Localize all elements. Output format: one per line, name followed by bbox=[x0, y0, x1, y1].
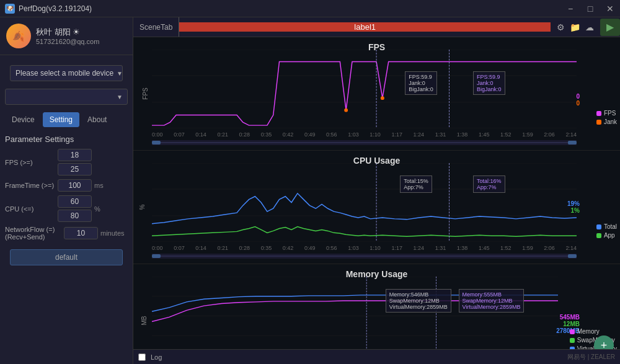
svg-point-9 bbox=[381, 96, 384, 100]
svg-point-8 bbox=[344, 109, 348, 112]
fps-param-row: FPS (>=) bbox=[5, 149, 128, 175]
log-bar: Log bbox=[133, 349, 620, 364]
charts-area: FPS FPS 0 0 FPS Jank bbox=[133, 37, 620, 349]
fps-legend-fps: FPS bbox=[596, 110, 617, 117]
log-label: Log bbox=[151, 353, 162, 361]
memory-chart: Memory Usage MB 545MB 12MB 2780MB Memory… bbox=[133, 264, 620, 349]
cpu-legend-total: Total bbox=[596, 223, 617, 230]
cpu-label: CPU (<=) bbox=[5, 205, 58, 213]
cpu-chart-title: CPU Usage bbox=[353, 156, 400, 166]
memory-annotation-1: Memory:546MBSwapMemory:12MBVirtualMemory… bbox=[386, 289, 451, 313]
maximize-button[interactable]: □ bbox=[580, 0, 600, 17]
cpu-inputs bbox=[58, 195, 92, 222]
cpu-xaxis: 0:000:070:140:21 0:280:350:420:49 0:561:… bbox=[152, 245, 577, 251]
fps-chart: FPS FPS 0 0 FPS Jank bbox=[133, 37, 620, 151]
tab-device[interactable]: Device bbox=[5, 112, 42, 127]
memory-legend-memory: Memory bbox=[570, 328, 617, 335]
cpu-input-2[interactable] bbox=[58, 210, 92, 222]
cpu-annotation-2: Total:16%App:7% bbox=[473, 175, 505, 193]
cpu-ylabel: % bbox=[139, 205, 146, 210]
frametime-unit: ms bbox=[94, 182, 104, 189]
log-checkbox[interactable] bbox=[138, 353, 146, 361]
memory-svg: 750 500 250 0 bbox=[152, 277, 558, 349]
cpu-chart: CPU Usage % 19% 1% Total App bbox=[133, 151, 620, 264]
memory-chart-title: Memory Usage bbox=[346, 269, 408, 279]
label1-bar: label1 bbox=[179, 22, 551, 32]
frametime-input[interactable] bbox=[58, 179, 92, 192]
fps-annotation-2: FPS:59.9Jank:0BigJank:0 bbox=[473, 71, 505, 95]
fps-inputs bbox=[58, 149, 92, 175]
memory-annotation-2: Memory:555MBSwapMemory:12MBVirtualMemory… bbox=[459, 289, 525, 313]
cpu-svg: 75 50 25 0 bbox=[152, 163, 577, 242]
minimize-button[interactable]: − bbox=[560, 0, 580, 17]
fps-scrollbar[interactable] bbox=[152, 140, 577, 145]
device-select[interactable]: Please select a mobile device bbox=[10, 65, 123, 81]
scene-tab-label: SceneTab bbox=[133, 17, 179, 37]
tabs: Device Setting About bbox=[0, 110, 133, 130]
fps-input-1[interactable] bbox=[58, 149, 92, 161]
user-section: 🍂 秋叶 胡阳 ☀ 517321620@qq.com bbox=[0, 17, 133, 55]
frametime-param-row: FrameTime (>=) ms bbox=[5, 179, 128, 192]
play-button[interactable]: ▶ bbox=[600, 19, 620, 36]
frametime-label: FrameTime (>=) bbox=[5, 182, 58, 189]
memory-ylabel: MB bbox=[141, 316, 148, 326]
tab-setting[interactable]: Setting bbox=[43, 112, 79, 127]
titlebar: 🐶 PerfDog(v3.2.191204) − □ ✕ bbox=[0, 0, 620, 17]
fps-label: FPS (>=) bbox=[5, 159, 58, 166]
fps-svg: 75 50 25 0 bbox=[152, 50, 577, 128]
app-select-wrapper: ▼ bbox=[5, 89, 128, 105]
titlebar-left: 🐶 PerfDog(v3.2.191204) bbox=[0, 4, 92, 14]
fps-annotation-1: FPS:59.9Jank:0BigJank:0 bbox=[405, 71, 437, 95]
fps-legend-jank: Jank bbox=[596, 118, 617, 125]
param-section: Parameter Settings FPS (>=) FrameTime (>… bbox=[0, 130, 133, 364]
networkflow-unit: minutes bbox=[100, 229, 125, 237]
param-title: Parameter Settings bbox=[5, 135, 128, 144]
header-icons: ⚙ 📁 ☁ bbox=[551, 17, 600, 37]
networkflow-input[interactable] bbox=[64, 227, 98, 239]
app-select[interactable] bbox=[5, 89, 128, 105]
cpu-input-1[interactable] bbox=[58, 195, 92, 208]
cpu-scrollbar[interactable] bbox=[152, 254, 577, 259]
avatar: 🍂 bbox=[6, 24, 31, 48]
titlebar-title: PerfDog(v3.2.191204) bbox=[19, 4, 92, 13]
tab-about[interactable]: About bbox=[81, 112, 113, 127]
cpu-legend-app: App bbox=[596, 232, 617, 239]
cpu-unit: % bbox=[94, 205, 100, 213]
sidebar: 🍂 秋叶 胡阳 ☀ 517321620@qq.com Please select… bbox=[0, 17, 133, 364]
watermark: 网易号 | ZEALER bbox=[567, 353, 615, 362]
main-layout: 🍂 秋叶 胡阳 ☀ 517321620@qq.com Please select… bbox=[0, 17, 620, 364]
user-email: 517321620@qq.com bbox=[36, 38, 99, 45]
settings-icon[interactable]: ⚙ bbox=[557, 22, 565, 32]
fps-input-2[interactable] bbox=[58, 163, 92, 175]
app-icon: 🐶 bbox=[5, 4, 15, 14]
cpu-annotation-1: Total:15%App:7% bbox=[400, 175, 432, 193]
cpu-param-row: CPU (<=) % bbox=[5, 195, 128, 222]
scene-header: SceneTab label1 ⚙ 📁 ☁ ▶ bbox=[133, 17, 620, 37]
content-area: SceneTab label1 ⚙ 📁 ☁ ▶ FPS FPS 0 0 bbox=[133, 17, 620, 364]
folder-icon[interactable]: 📁 bbox=[570, 22, 580, 32]
username: 秋叶 胡阳 ☀ bbox=[36, 27, 99, 38]
networkflow-param-row: NetworkFlow (=)(Recv+Send) minutes bbox=[5, 226, 128, 241]
cloud-icon[interactable]: ☁ bbox=[585, 22, 594, 32]
default-button[interactable]: default bbox=[10, 249, 123, 265]
close-button[interactable]: ✕ bbox=[600, 0, 620, 17]
networkflow-label: NetworkFlow (=)(Recv+Send) bbox=[5, 226, 64, 241]
titlebar-controls: − □ ✕ bbox=[560, 0, 620, 17]
fps-xaxis: 0:000:070:140:21 0:280:350:420:49 0:561:… bbox=[152, 131, 577, 138]
fps-ylabel: FPS bbox=[142, 87, 149, 99]
user-info: 秋叶 胡阳 ☀ 517321620@qq.com bbox=[36, 27, 99, 45]
fps-chart-title: FPS bbox=[368, 42, 385, 52]
